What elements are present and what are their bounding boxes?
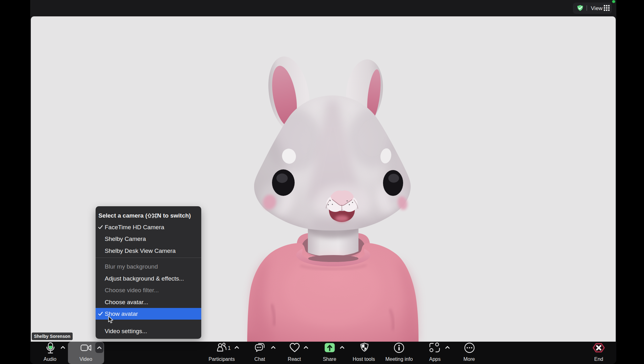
svg-text:1: 1	[228, 345, 230, 351]
